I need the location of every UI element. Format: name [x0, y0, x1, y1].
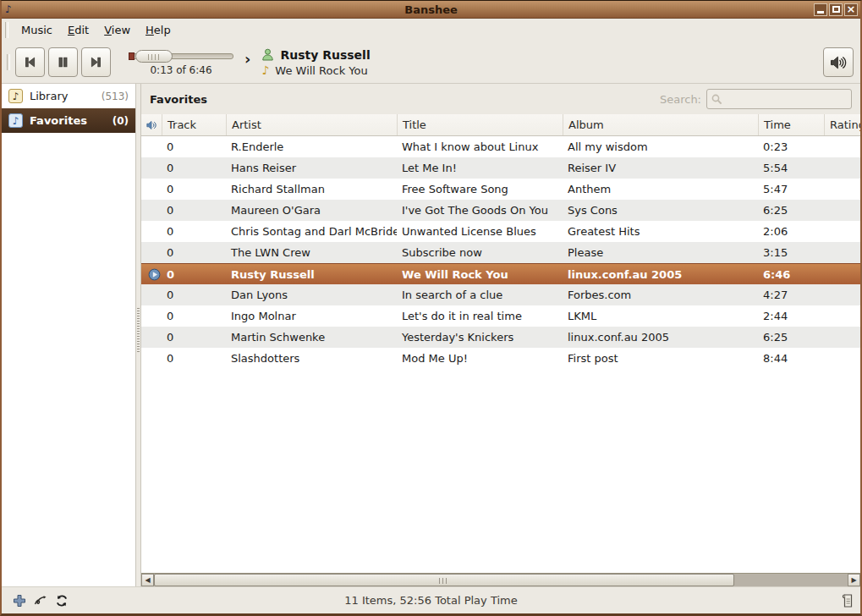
- cell-album: linux.conf.au 2005: [563, 264, 758, 284]
- row-playing-indicator: [141, 305, 162, 327]
- row-playing-indicator: [141, 327, 162, 348]
- minimize-button[interactable]: [814, 3, 827, 16]
- cell-time: 5:54: [758, 157, 824, 179]
- menu-music[interactable]: Music: [14, 24, 60, 36]
- cell-title: Free Software Song: [397, 179, 563, 200]
- search-box: [706, 89, 852, 109]
- track-list-empty-area: [141, 369, 860, 573]
- row-playing-indicator: [141, 200, 162, 221]
- seek-slider[interactable]: [129, 49, 233, 63]
- table-row[interactable]: 0 Chris Sontag and Darl McBride Unwanted…: [141, 221, 860, 242]
- cell-artist: Ingo Molnar: [226, 305, 397, 327]
- banshee-window: ♪ Banshee × MusicEditViewHelp: [0, 0, 862, 616]
- splitter-grip-icon: [137, 308, 140, 352]
- cell-time: 6:25: [758, 200, 824, 221]
- table-row[interactable]: 0 Martin Schwenke Yesterday's Knickers l…: [141, 327, 860, 348]
- column-header-artist[interactable]: Artist: [226, 114, 397, 135]
- cell-title: Yesterday's Knickers: [397, 327, 563, 348]
- cell-time: 8:44: [758, 348, 824, 369]
- previous-track-icon: [23, 55, 37, 69]
- cell-time: 5:47: [758, 179, 824, 200]
- next-track-button[interactable]: [81, 47, 111, 77]
- menu-view[interactable]: View: [96, 24, 138, 36]
- write-playlist-icon[interactable]: [34, 595, 47, 607]
- cell-album: Reiser IV: [563, 157, 758, 179]
- column-header-playing[interactable]: [141, 114, 162, 135]
- search-input[interactable]: [723, 92, 848, 107]
- cell-rating: [824, 200, 860, 221]
- cell-track: 0: [162, 157, 226, 179]
- horizontal-scrollbar[interactable]: ◀ ▶: [141, 573, 860, 586]
- close-icon: ×: [847, 3, 856, 14]
- column-header-track[interactable]: Track: [162, 114, 226, 135]
- cell-rating: [824, 348, 860, 369]
- page-title: Favorites: [150, 93, 207, 106]
- table-row[interactable]: 0 Slashdotters Mod Me Up! First post 8:4…: [141, 348, 860, 369]
- cell-track: 0: [162, 348, 226, 369]
- table-row[interactable]: 0 Hans Reiser Let Me In! Reiser IV 5:54: [141, 157, 860, 179]
- table-row[interactable]: 0 Rusty Russell We Will Rock You linux.c…: [141, 263, 860, 284]
- window-title: Banshee: [2, 3, 860, 16]
- cell-title: In search of a clue: [397, 284, 563, 305]
- scrollbar-thumb[interactable]: [154, 574, 734, 586]
- titlebar[interactable]: ♪ Banshee ×: [2, 1, 860, 19]
- cell-time: 3:15: [758, 242, 824, 263]
- cell-album: Anthem: [563, 179, 758, 200]
- row-playing-indicator: [141, 179, 162, 200]
- cell-track: 0: [162, 327, 226, 348]
- cell-album: First post: [563, 348, 758, 369]
- table-row[interactable]: 0 Dan Lyons In search of a clue Forbes.c…: [141, 284, 860, 305]
- column-header-rating[interactable]: Rating: [824, 114, 860, 135]
- add-icon[interactable]: [13, 594, 26, 608]
- cell-track: 0: [162, 179, 226, 200]
- cell-artist: Rusty Russell: [226, 264, 397, 284]
- cell-time: 6:46: [758, 264, 824, 284]
- column-header-title[interactable]: Title: [397, 114, 563, 135]
- pane-splitter[interactable]: [135, 84, 141, 586]
- table-row[interactable]: 0 Maureen O'Gara I've Got The Goods On Y…: [141, 200, 860, 221]
- scrollbar-track[interactable]: [734, 574, 848, 586]
- cell-track: 0: [162, 200, 226, 221]
- sidebar-item-favorites[interactable]: ♪Favorites(0): [2, 108, 135, 133]
- speaker-icon: [146, 120, 157, 130]
- cell-rating: [824, 327, 860, 348]
- view-header: Favorites Search:: [141, 84, 860, 114]
- log-scroll-icon[interactable]: [841, 593, 854, 608]
- search-label: Search:: [660, 93, 701, 106]
- sidebar-item-library[interactable]: ♪Library(513): [2, 84, 135, 108]
- previous-track-button[interactable]: [15, 47, 45, 77]
- column-header-time[interactable]: Time: [758, 114, 824, 135]
- pause-icon: [56, 55, 70, 69]
- seek-slider-thumb[interactable]: [135, 50, 173, 63]
- cell-rating: [824, 221, 860, 242]
- table-row[interactable]: 0 The LWN Crew Subscribe now Please 3:15: [141, 242, 860, 263]
- menu-help[interactable]: Help: [138, 24, 178, 36]
- expander-chevron-icon[interactable]: ›: [244, 52, 250, 67]
- cell-album: linux.conf.au 2005: [563, 327, 758, 348]
- maximize-button[interactable]: [829, 3, 843, 16]
- column-header-album[interactable]: Album: [563, 114, 758, 135]
- close-button[interactable]: ×: [844, 3, 858, 16]
- cell-rating: [824, 136, 860, 157]
- cell-artist: Hans Reiser: [226, 157, 397, 179]
- cell-album: LKML: [563, 305, 758, 327]
- menubar-grip[interactable]: [5, 22, 8, 38]
- scroll-left-arrow[interactable]: ◀: [141, 574, 154, 586]
- toolbar-grip[interactable]: [7, 54, 10, 70]
- table-row[interactable]: 0 Ingo Molnar Let's do it in real time L…: [141, 305, 860, 327]
- table-row[interactable]: 0 Richard Stallman Free Software Song An…: [141, 179, 860, 200]
- row-playing-indicator: [141, 221, 162, 242]
- main-pane: Favorites Search:: [141, 84, 860, 586]
- table-row[interactable]: 0 R.Enderle What I know about Linux All …: [141, 136, 860, 157]
- pause-button[interactable]: [48, 47, 78, 77]
- row-playing-indicator: [141, 242, 162, 263]
- refresh-icon[interactable]: [55, 594, 69, 608]
- cell-track: 0: [162, 264, 226, 284]
- cell-track: 0: [162, 136, 226, 157]
- volume-button[interactable]: [823, 47, 854, 77]
- music-note-blue-icon: ♪: [8, 113, 23, 128]
- scroll-right-arrow[interactable]: ▶: [848, 574, 860, 586]
- cell-rating: [824, 264, 860, 284]
- maximize-icon: [832, 6, 840, 13]
- menu-edit[interactable]: Edit: [60, 24, 96, 36]
